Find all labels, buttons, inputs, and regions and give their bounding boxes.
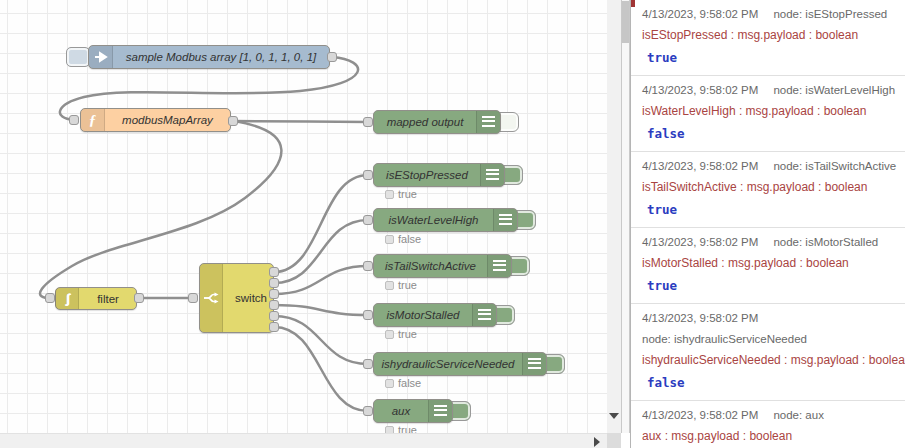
vertical-scrollbar[interactable]: [607, 0, 621, 433]
status-text: true: [398, 279, 417, 291]
debug-input-port[interactable]: [363, 215, 373, 225]
message-path[interactable]: isEStopPressed : msg.payload : boolean: [642, 28, 897, 42]
message-node-name: node: isTailSwitchActive: [773, 160, 896, 172]
message-path[interactable]: isMotorStalled : msg.payload : boolean: [642, 256, 897, 270]
debug-list-bars-icon: [493, 209, 517, 231]
debug-input-port[interactable]: [363, 406, 373, 416]
node-label: modbusMapArray: [105, 109, 230, 131]
status-text: true: [398, 328, 417, 340]
scroll-down-arrow-icon[interactable]: [609, 413, 619, 419]
debug-list-bars-icon: [487, 255, 511, 277]
status-dot-icon: [385, 379, 394, 388]
node-filter[interactable]: ∫∫ filter: [55, 287, 137, 310]
status-text: false: [398, 233, 421, 245]
debug-list-bars-icon: [522, 353, 546, 375]
debug-input-port[interactable]: [363, 117, 373, 127]
node-debug-mapped-output[interactable]: mapped output: [373, 110, 501, 134]
inject-output-port[interactable]: [327, 52, 337, 62]
message-node-name: node: aux: [773, 409, 824, 421]
node-status: false: [385, 233, 421, 245]
message-meta: 4/13/2023, 9:58:02 PMnode: isEStopPresse…: [642, 8, 897, 20]
switch-output-port-1[interactable]: [269, 267, 279, 277]
node-debug-istailswitchactive[interactable]: isTailSwitchActive: [373, 254, 512, 278]
wire-switch-out4: [274, 305, 368, 315]
filter-input-port[interactable]: [45, 293, 55, 303]
function-input-port[interactable]: [69, 115, 79, 125]
message-path[interactable]: ishydraulicServiceNeeded : msg.payload :…: [642, 353, 897, 367]
node-label: filter: [80, 288, 136, 309]
switch-output-port-3[interactable]: [269, 289, 279, 299]
message-value[interactable]: false: [642, 126, 897, 141]
message-meta: 4/13/2023, 9:58:02 PMnode: isWaterLevelH…: [642, 84, 897, 96]
scrollbar-corner: [607, 433, 621, 448]
debug-input-port[interactable]: [363, 359, 373, 369]
filter-icon: ∫∫: [55, 288, 79, 309]
debug-input-port[interactable]: [363, 170, 373, 180]
node-label: sample Modbus array [1, 0, 1, 1, 0, 1]: [113, 46, 329, 68]
wire-function-to-debug: [233, 121, 368, 122]
message-timestamp: 4/13/2023, 9:58:02 PM: [642, 236, 758, 248]
vertical-scrollbar-thumb[interactable]: [622, 1, 629, 43]
message-value[interactable]: true: [642, 278, 897, 293]
message-timestamp: 4/13/2023, 9:58:02 PM: [642, 409, 758, 421]
node-switch[interactable]: switch: [199, 263, 274, 333]
message-value[interactable]: true: [642, 202, 897, 217]
switch-output-port-2[interactable]: [269, 278, 279, 288]
message-value[interactable]: true: [642, 50, 897, 65]
vertical-scrollbar-track[interactable]: [621, 0, 630, 433]
node-inject[interactable]: sample Modbus array [1, 0, 1, 1, 0, 1]: [88, 45, 330, 69]
function-output-port[interactable]: [228, 116, 238, 126]
debug-input-port[interactable]: [363, 261, 373, 271]
message-path[interactable]: isWaterLevelHigh : msg.payload : boolean: [642, 104, 897, 118]
status-text: true: [398, 424, 417, 433]
status-dot-icon: [385, 281, 394, 290]
node-status: true: [385, 279, 417, 291]
debug-sidebar[interactable]: 4/13/2023, 9:58:02 PMnode: isEStopPresse…: [630, 0, 905, 448]
wire-switch-out5: [274, 316, 368, 364]
scroll-right-arrow-icon[interactable]: [594, 437, 600, 447]
status-dot-icon: [385, 426, 394, 434]
inject-button[interactable]: [66, 47, 90, 67]
message-timestamp: 4/13/2023, 9:58:02 PM: [642, 84, 758, 96]
debug-message: 4/13/2023, 9:58:02 PMnode: isWaterLevelH…: [631, 76, 905, 152]
switch-output-port-4[interactable]: [269, 300, 279, 310]
node-debug-iswaterlevelhigh[interactable]: isWaterLevelHigh: [373, 208, 518, 232]
node-debug-ishydraulicserviceneeded[interactable]: ishydraulicServiceNeeded: [373, 352, 547, 376]
message-node-name: node: isEStopPressed: [773, 8, 887, 20]
node-label: switch: [223, 264, 273, 332]
switch-output-port-6[interactable]: [269, 322, 279, 332]
node-label: isWaterLevelHigh: [374, 209, 493, 231]
message-timestamp: 4/13/2023, 9:58:02 PM: [642, 8, 758, 20]
message-timestamp: 4/13/2023, 9:58:02 PM: [642, 160, 758, 172]
node-status: true: [385, 424, 417, 433]
node-label: isMotorStalled: [374, 304, 472, 326]
function-icon: ƒ: [81, 109, 105, 131]
switch-output-port-5[interactable]: [269, 311, 279, 321]
node-red-editor: sample Modbus array [1, 0, 1, 1, 0, 1] ƒ…: [0, 0, 905, 448]
node-function-modbusmaparray[interactable]: ƒ modbusMapArray: [80, 108, 231, 132]
debug-input-port[interactable]: [363, 310, 373, 320]
horizontal-scrollbar[interactable]: [0, 433, 607, 448]
node-label: ishydraulicServiceNeeded: [374, 353, 522, 375]
status-dot-icon: [385, 190, 394, 199]
node-debug-isestoppressed[interactable]: isEStopPressed: [373, 163, 505, 187]
node-debug-aux[interactable]: aux: [373, 399, 453, 423]
debug-list-bars-icon: [476, 111, 500, 133]
node-label: isTailSwitchActive: [374, 255, 487, 277]
debug-list-bars-icon: [472, 304, 496, 326]
status-text: false: [398, 377, 421, 389]
message-path[interactable]: isTailSwitchActive : msg.payload : boole…: [642, 180, 897, 194]
message-meta: 4/13/2023, 9:58:02 PMnode: isTailSwitchA…: [642, 160, 897, 172]
switch-input-port[interactable]: [188, 293, 198, 303]
message-value[interactable]: false: [642, 375, 897, 390]
debug-message: 4/13/2023, 9:58:02 PMnode: aux aux : msg…: [631, 401, 905, 448]
node-debug-ismotorstalled[interactable]: isMotorStalled: [373, 303, 497, 327]
flow-canvas[interactable]: sample Modbus array [1, 0, 1, 1, 0, 1] ƒ…: [0, 0, 607, 433]
filter-output-port[interactable]: [134, 293, 144, 303]
message-timestamp: 4/13/2023, 9:58:02 PM: [642, 312, 897, 324]
message-path[interactable]: aux : msg.payload : boolean: [642, 429, 897, 443]
message-node-name: node: isWaterLevelHigh: [773, 84, 895, 96]
node-status: true: [385, 188, 417, 200]
node-status: true: [385, 328, 417, 340]
status-dot-icon: [385, 330, 394, 339]
